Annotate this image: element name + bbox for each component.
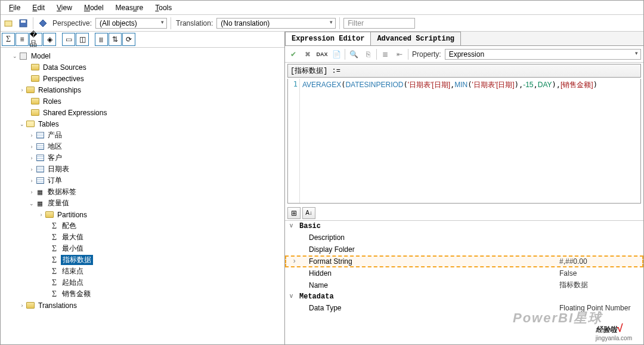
tree-measure-table[interactable]: ⌄▦度量值	[2, 198, 283, 209]
separator	[376, 49, 377, 60]
prop-section-metadata[interactable]: Metadata	[285, 291, 643, 302]
tree-translations[interactable]: ›Translations	[2, 300, 283, 311]
menu-view[interactable]: View	[51, 2, 78, 13]
right-panel: Expression Editor Advanced Scripting ✔ ✖…	[285, 32, 643, 344]
prop-name[interactable]: Name指标数据	[285, 279, 643, 291]
tab-expression-editor[interactable]: Expression Editor	[285, 32, 371, 45]
translation-label: Translation:	[176, 19, 213, 27]
translation-dropdown[interactable]: (No translation)	[216, 18, 336, 29]
tree-table-item[interactable]: ›地区	[2, 141, 283, 152]
indent-icon[interactable]: ≣	[379, 48, 391, 60]
menu-file[interactable]: File	[3, 2, 26, 13]
save-icon[interactable]	[17, 17, 29, 29]
prop-format-string[interactable]: Format String#,##0.00	[285, 255, 643, 267]
tree-measure-item[interactable]: Σ起始点	[2, 277, 283, 288]
refresh-icon[interactable]: ⟳	[122, 33, 135, 46]
code-content[interactable]: AVERAGEX(DATESINPERIOD('日期表'[日期],MIN('日期…	[300, 79, 600, 203]
cube-view-icon[interactable]: ◈	[43, 33, 56, 46]
filter2-icon[interactable]: ◫	[76, 33, 89, 46]
tree-roles[interactable]: Roles	[2, 96, 283, 107]
prop-section-basic[interactable]: Basic	[285, 221, 643, 232]
menu-tools[interactable]: Tools	[149, 2, 178, 13]
separator	[33, 17, 33, 29]
menu-model[interactable]: Model	[78, 2, 110, 13]
tree-measure-item[interactable]: Σ销售金额	[2, 288, 283, 300]
menu-edit[interactable]: Edit	[26, 2, 51, 13]
svg-rect-0	[5, 21, 12, 26]
tree-measure-item[interactable]: Σ配色	[2, 220, 283, 232]
tree-shared-expressions[interactable]: Shared Expressions	[2, 107, 283, 118]
separator	[339, 17, 340, 29]
main-toolbar: Perspective: (All objects) Translation: …	[1, 15, 643, 32]
tree-partitions[interactable]: ›Partitions	[2, 209, 283, 220]
tree-measure-item[interactable]: Σ最小值	[2, 243, 283, 254]
prop-hidden[interactable]: HiddenFalse	[285, 267, 643, 279]
tree-relationships[interactable]: ›Relationships	[2, 84, 283, 96]
sigma-view-icon[interactable]: Σ	[2, 33, 15, 46]
list-view-icon[interactable]: ≡	[16, 33, 29, 46]
separator	[171, 17, 171, 29]
columns-icon[interactable]: ⫼	[95, 33, 108, 46]
property-grid-toolbar: ⊞ A↓	[285, 206, 643, 221]
separator	[408, 49, 408, 60]
prop-description[interactable]: Description	[285, 232, 643, 244]
tree-model-root[interactable]: ⌄Model	[2, 50, 283, 61]
property-dropdown[interactable]: Expression	[445, 49, 641, 60]
find-icon[interactable]: 🔍	[348, 48, 360, 60]
expression-name-bar: [指标数据] :=	[287, 64, 641, 78]
separator	[345, 49, 345, 60]
replace-icon[interactable]: ⎘	[362, 48, 374, 60]
svg-rect-2	[21, 20, 26, 23]
perspective-dropdown[interactable]: (All objects)	[95, 18, 167, 29]
model-tree[interactable]: ⌄Model Data Sources Perspectives ›Relati…	[1, 48, 284, 344]
filter-input[interactable]: Filter	[343, 18, 415, 29]
explorer-toolbar: Σ ≡ �品 ◈ ▭ ◫ ⫼ ⇅ ⟳	[1, 32, 284, 48]
svg-marker-3	[39, 20, 47, 27]
property-label: Property:	[412, 50, 441, 58]
script-icon[interactable]: 📄	[330, 48, 342, 60]
tree-table-item[interactable]: ›▦数据标签	[2, 186, 283, 198]
accept-icon[interactable]: ✔	[287, 48, 299, 60]
code-editor[interactable]: 1 AVERAGEX(DATESINPERIOD('日期表'[日期],MIN('…	[287, 79, 641, 204]
model-explorer: Σ ≡ �品 ◈ ▭ ◫ ⫼ ⇅ ⟳ ⌄Model Data Sources P…	[1, 32, 285, 344]
menu-bar: File Edit View Model Measure Tools	[1, 1, 643, 15]
open-icon[interactable]	[3, 17, 15, 29]
tree-measure-item[interactable]: Σ结束点	[2, 266, 283, 277]
outdent-icon[interactable]: ⇤	[394, 48, 405, 60]
tree-perspectives[interactable]: Perspectives	[2, 73, 283, 84]
perspective-label: Perspective:	[52, 19, 92, 27]
filter1-icon[interactable]: ▭	[62, 33, 75, 46]
editor-toolbar: ✔ ✖ DAX 📄 🔍 ⎘ ≣ ⇤ Property: Expression	[285, 46, 643, 63]
tree-tables[interactable]: ⌄Tables	[2, 118, 283, 130]
tree-table-item[interactable]: ›产品	[2, 130, 283, 141]
tree-data-sources[interactable]: Data Sources	[2, 61, 283, 73]
sort-icon[interactable]: ⇅	[109, 33, 122, 46]
tree-view-icon[interactable]: �品	[29, 33, 42, 46]
categorized-icon[interactable]: ⊞	[287, 207, 301, 219]
watermark-text: PowerBI星球	[513, 309, 602, 327]
tree-table-item[interactable]: ›订单	[2, 175, 283, 186]
line-gutter: 1	[288, 79, 300, 203]
deploy-icon[interactable]	[37, 17, 49, 29]
menu-measure[interactable]: Measure	[110, 2, 150, 13]
dax-format-icon[interactable]: DAX	[316, 48, 328, 60]
cancel-icon[interactable]: ✖	[302, 48, 314, 60]
tree-measure-item[interactable]: Σ最大值	[2, 232, 283, 243]
watermark-logo: 经验啦√ jingyanla.com	[596, 322, 632, 341]
tree-table-item[interactable]: ›日期表	[2, 164, 283, 175]
editor-tabs: Expression Editor Advanced Scripting	[285, 32, 643, 46]
tab-advanced-scripting[interactable]: Advanced Scripting	[370, 32, 461, 45]
prop-display-folder[interactable]: Display Folder	[285, 244, 643, 255]
alphabetical-icon[interactable]: A↓	[302, 207, 315, 219]
tree-measure-selected[interactable]: Σ指标数据	[2, 254, 283, 266]
tree-table-item[interactable]: ›客户	[2, 152, 283, 164]
